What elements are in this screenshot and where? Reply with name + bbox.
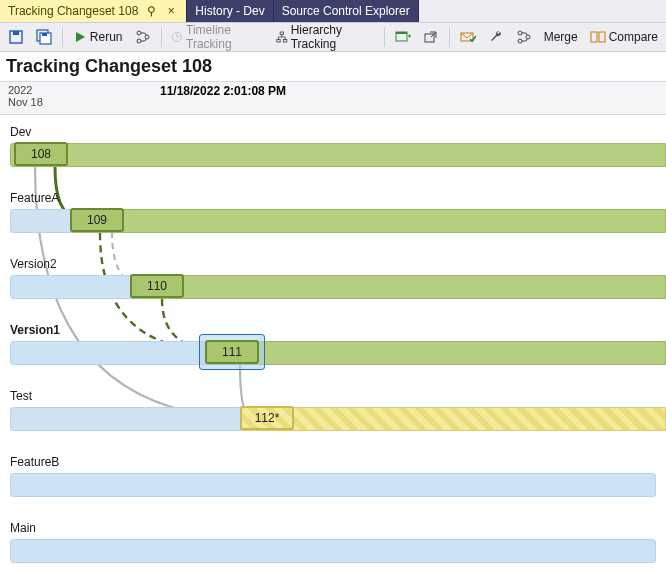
rerun-button[interactable]: Rerun (69, 28, 127, 46)
save-icon (8, 29, 24, 45)
hierarchy-tracking-label: Hierarchy Tracking (291, 23, 374, 51)
changeset-node-108[interactable]: 108 (14, 142, 68, 166)
save-all-icon (36, 29, 52, 45)
changeset-id: 109 (87, 213, 107, 227)
changeset-id: 108 (31, 147, 51, 161)
compare-button[interactable]: Compare (586, 27, 662, 47)
save-all-button[interactable] (32, 27, 56, 47)
hierarchy-tracking-button[interactable]: Hierarchy Tracking (272, 21, 378, 53)
popout-icon (423, 29, 439, 45)
svg-rect-4 (42, 33, 47, 36)
view2-button[interactable] (419, 27, 443, 47)
branch-label: Version2 (10, 257, 57, 271)
rerun-label: Rerun (90, 30, 123, 44)
branch-lane-pre[interactable] (10, 275, 132, 299)
tab-history-dev[interactable]: History - Dev (187, 0, 273, 22)
changeset-id: 110 (147, 279, 167, 293)
timeline-tracking-label: Timeline Tracking (186, 23, 264, 51)
toolbar-separator (449, 27, 450, 47)
merge-button[interactable]: Merge (540, 28, 582, 46)
svg-point-19 (526, 35, 530, 39)
svg-rect-14 (396, 32, 407, 34)
header-subdate: Nov 18 (8, 96, 62, 108)
branch-lane[interactable] (70, 209, 666, 233)
svg-rect-21 (599, 32, 605, 42)
toolbar-separator (384, 27, 385, 47)
check-envelope-icon (460, 29, 476, 45)
compare-label: Compare (609, 30, 658, 44)
view1-button[interactable] (391, 27, 415, 47)
branch-label: Dev (10, 125, 31, 139)
clock-icon (171, 30, 183, 44)
merge-icon-button[interactable] (512, 27, 536, 47)
tab-strip: Tracking Changeset 108 ⚲ × History - Dev… (0, 0, 666, 22)
branch-lane[interactable] (10, 143, 666, 167)
branch-label: Test (10, 389, 32, 403)
play-icon (73, 30, 87, 44)
branch-icon (516, 29, 532, 45)
merge-label: Merge (544, 30, 578, 44)
header-year-column: 2022 Nov 18 (0, 82, 66, 114)
svg-point-17 (518, 31, 522, 35)
window-plus-icon (395, 29, 411, 45)
branch-icon (135, 29, 151, 45)
compare-icon (590, 29, 606, 45)
wrench-icon (488, 29, 504, 45)
branch-lane[interactable] (240, 407, 666, 431)
tab-label: Source Control Explorer (282, 4, 410, 18)
svg-rect-20 (591, 32, 597, 42)
svg-point-6 (137, 31, 141, 35)
svg-marker-5 (76, 32, 85, 42)
options-button[interactable] (484, 27, 508, 47)
branch-lane[interactable] (10, 539, 656, 563)
changeset-node-109[interactable]: 109 (70, 208, 124, 232)
header-year: 2022 (8, 84, 62, 96)
branch-lane-pre[interactable] (10, 341, 207, 365)
toolbar-separator (62, 27, 63, 47)
changeset-id: 111 (222, 345, 242, 359)
svg-rect-10 (280, 32, 283, 34)
branch-label: FeatureA (10, 191, 59, 205)
timeline-tracking-button[interactable]: Timeline Tracking (167, 21, 268, 53)
branch-label: Main (10, 521, 36, 535)
changeset-node-110[interactable]: 110 (130, 274, 184, 298)
branch-lane[interactable] (205, 341, 666, 365)
svg-point-7 (137, 39, 141, 43)
svg-point-8 (145, 35, 149, 39)
svg-rect-12 (283, 39, 286, 41)
check-button[interactable] (456, 27, 480, 47)
svg-rect-11 (277, 39, 280, 41)
svg-point-18 (518, 39, 522, 43)
branch-label: Version1 (10, 323, 60, 337)
changeset-id: 112* (255, 411, 280, 425)
svg-rect-1 (13, 31, 19, 35)
hierarchy-icon (276, 30, 288, 44)
save-button[interactable] (4, 27, 28, 47)
branch-label: FeatureB (10, 455, 59, 469)
tab-tracking-changeset[interactable]: Tracking Changeset 108 ⚲ × (0, 0, 187, 22)
branch-lane[interactable] (130, 275, 666, 299)
branch-lane[interactable] (10, 473, 656, 497)
branch-lane-pre[interactable] (10, 209, 72, 233)
branch-lane-pre[interactable] (10, 407, 242, 431)
toolbar: Rerun Timeline Tracking Hierarchy Tracki… (0, 22, 666, 52)
tab-source-control-explorer[interactable]: Source Control Explorer (274, 0, 419, 22)
timeline-header: 2022 Nov 18 11/18/2022 2:01:08 PM (0, 81, 666, 115)
changeset-node-111[interactable]: 111 (205, 340, 259, 364)
pin-icon[interactable]: ⚲ (144, 4, 158, 18)
toolbar-separator (161, 27, 162, 47)
timeline-area: Dev 108 FeatureA 109 Version2 110 Versio… (0, 115, 666, 573)
tab-label: History - Dev (195, 4, 264, 18)
branch-small-button[interactable] (131, 27, 155, 47)
close-icon[interactable]: × (164, 4, 178, 18)
tab-label: Tracking Changeset 108 (8, 4, 138, 18)
page-title: Tracking Changeset 108 (0, 52, 666, 81)
header-timestamp: 11/18/2022 2:01:08 PM (66, 82, 666, 114)
changeset-node-112[interactable]: 112* (240, 406, 294, 430)
